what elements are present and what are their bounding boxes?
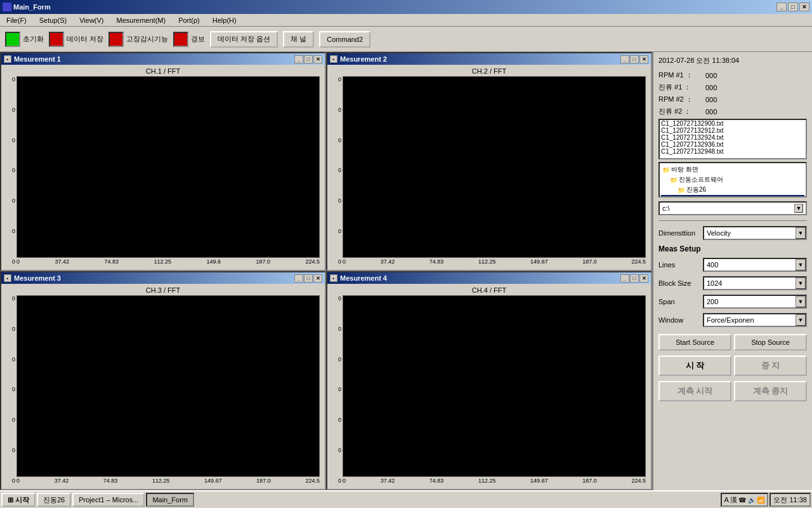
file-listbox[interactable]: C1_120727132900.txtC1_120727132912.txtC1… xyxy=(658,119,807,159)
folder-label: 바탕 화면 xyxy=(671,165,698,174)
start-icon: ⊞ xyxy=(8,496,13,504)
cont-start-button[interactable]: 계측 시작 xyxy=(658,381,731,401)
right-panel: 2012-07-28 오전 11:38:04 RPM #1 ： 000 진류 #… xyxy=(652,52,812,490)
window-combo-arrow[interactable]: ▼ xyxy=(796,314,806,326)
mdi-close-4[interactable]: ✕ xyxy=(639,274,648,283)
mdi-titlebar-4[interactable]: ▪ Mesurement 4 _ □ ✕ xyxy=(327,272,651,284)
mdi-maximize-2[interactable]: □ xyxy=(630,55,639,64)
mdi-close-2[interactable]: ✕ xyxy=(639,55,648,64)
dimension-combo[interactable]: Velocity ▼ xyxy=(703,226,807,240)
chart-plot-2: 0 37.42 74.83 112.25 149.67 187.0 224.5 xyxy=(343,76,646,265)
drive-value: c:\ xyxy=(662,204,670,212)
taskbar-item-jingdong26[interactable]: 진동26 xyxy=(37,493,71,507)
chart-container-1: CH.1 / FFT 0 0 0 0 0 0 0 0 xyxy=(1,65,325,270)
lines-combo[interactable]: 400 ▼ xyxy=(703,258,807,272)
blocksize-combo-arrow[interactable]: ▼ xyxy=(796,277,806,289)
source-buttons: Start Source Stop Source xyxy=(658,334,807,351)
rpm2-value: 000 xyxy=(705,96,717,104)
start-button[interactable]: 시 작 xyxy=(658,356,731,376)
cont-stop-button[interactable]: 계측 종지 xyxy=(734,381,807,401)
drive-combo-arrow[interactable]: ▼ xyxy=(794,204,803,213)
minimize-button[interactable]: _ xyxy=(776,3,787,11)
tree-item[interactable]: 📁 바탕 화면 xyxy=(661,164,804,175)
taskbar-item-project1[interactable]: Project1 – Micros... xyxy=(72,493,145,507)
alert-led xyxy=(173,32,188,47)
chart-container-3: CH.3 / FFT 0 0 0 0 0 0 0 0 xyxy=(1,284,325,489)
mdi-title-2: Mesurement 2 xyxy=(340,55,387,63)
stop-button[interactable]: 중 지 xyxy=(734,356,807,376)
dimension-combo-arrow[interactable]: ▼ xyxy=(796,227,806,239)
menu-mesurement[interactable]: Mesurement(M) xyxy=(113,15,170,25)
mdi-minimize-4[interactable]: _ xyxy=(620,274,629,283)
start-menu-button[interactable]: ⊞ 시작 xyxy=(1,493,36,507)
chart-title-1: CH.1 / FFT xyxy=(6,67,320,75)
folder-icon: 📁 xyxy=(670,177,678,184)
chart-canvas-1 xyxy=(16,76,320,258)
mdi-close-1[interactable]: ✕ xyxy=(313,55,322,64)
tray-a: A xyxy=(724,496,729,504)
file-listbox-item[interactable]: C1_120727132900.txt xyxy=(660,120,806,127)
file-listbox-item[interactable]: C1_120727132948.txt xyxy=(660,148,806,155)
taskbar-item-mainform[interactable]: Main_Form xyxy=(146,493,194,507)
tree-item[interactable]: 📁 데이터 xyxy=(661,195,804,197)
folder-tree[interactable]: 📁 바탕 화면📁 진동소프트웨어📁 진동26📁 데이터 xyxy=(658,162,807,197)
blocksize-value: 1024 xyxy=(707,279,722,287)
mdi-titlebar-1[interactable]: ▪ Mesurement 1 _ □ ✕ xyxy=(1,53,325,65)
mdi-minimize-2[interactable]: _ xyxy=(620,55,629,64)
tree-item[interactable]: 📁 진동26 xyxy=(661,185,804,195)
span-combo-arrow[interactable]: ▼ xyxy=(796,296,806,307)
stop-source-button[interactable]: Stop Source xyxy=(734,334,807,351)
mdi-maximize-3[interactable]: □ xyxy=(304,274,313,283)
mdi-minimize-3[interactable]: _ xyxy=(294,274,303,283)
mdi-minimize-1[interactable]: _ xyxy=(294,55,303,64)
datasave-label: 데이터 저장 xyxy=(67,34,103,44)
blocksize-combo[interactable]: 1024 ▼ xyxy=(703,276,807,290)
window-combo[interactable]: Force/Exponen ▼ xyxy=(703,313,807,327)
command2-button[interactable]: Command2 xyxy=(319,31,370,48)
span-combo[interactable]: 200 ▼ xyxy=(703,295,807,309)
file-listbox-item[interactable]: C1_120727132912.txt xyxy=(660,127,806,134)
datasave-options-button[interactable]: 데이터 저장 옵션 xyxy=(210,31,278,48)
menu-file[interactable]: File(F) xyxy=(3,15,30,25)
file-listbox-item[interactable]: C1_120727132924.txt xyxy=(660,134,806,141)
mdi-maximize-4[interactable]: □ xyxy=(630,274,639,283)
chart-area-3: 0 0 0 0 0 0 0 0 37.42 74.83 xyxy=(6,295,320,484)
toolbar: 초기화 데이터 저장 고장감시기능 경보 데이터 저장 옵션 채 널 Comma… xyxy=(0,27,812,52)
mdi-titlebar-2[interactable]: ▪ Mesurement 2 _ □ ✕ xyxy=(327,53,651,65)
mdi-icon-4: ▪ xyxy=(330,274,337,282)
meas-setup-label: Meas Setup xyxy=(658,244,807,253)
action-buttons-2: 계측 시작 계측 종지 xyxy=(658,381,807,401)
lines-value: 400 xyxy=(707,261,718,269)
file-listbox-item[interactable]: C1_120727132936.txt xyxy=(660,141,806,148)
current1-value: 000 xyxy=(705,84,717,91)
window-value: Force/Exponen xyxy=(707,316,754,324)
folder-icon: 📁 xyxy=(662,166,670,173)
clock-display: 오전 11:38 xyxy=(769,493,811,507)
close-button[interactable]: ✕ xyxy=(799,3,809,11)
fault-label: 고장감시기능 xyxy=(126,34,168,44)
mdi-maximize-1[interactable]: □ xyxy=(304,55,313,64)
blocksize-label: Block Size xyxy=(658,279,703,287)
mdi-title-4: Mesurement 4 xyxy=(340,274,387,282)
mdi-title-1: Mesurement 1 xyxy=(14,55,61,63)
taskbar-item-label-0: 진동26 xyxy=(43,495,65,505)
maximize-button[interactable]: □ xyxy=(788,3,798,11)
channel-button[interactable]: 채 널 xyxy=(283,31,314,48)
mdi-icon-3: ▪ xyxy=(4,274,11,282)
menu-view[interactable]: View(V) xyxy=(75,15,107,25)
chart-area-4: 0 0 0 0 0 0 0 0 37.42 74.83 xyxy=(332,295,646,484)
start-source-button[interactable]: Start Source xyxy=(658,334,731,351)
tree-item[interactable]: 📁 진동소프트웨어 xyxy=(661,175,804,185)
menu-help[interactable]: Help(H) xyxy=(209,15,240,25)
mdi-close-3[interactable]: ✕ xyxy=(313,274,322,283)
menu-setup[interactable]: Setup(S) xyxy=(36,15,70,25)
window-label: Window xyxy=(658,316,703,324)
menu-port[interactable]: Port(p) xyxy=(174,15,204,25)
drive-combo[interactable]: c:\ ▼ xyxy=(658,201,807,215)
app-icon xyxy=(3,3,11,11)
chart-plot-3: 0 37.42 74.83 112.25 149.67 187.0 224.5 xyxy=(16,295,320,484)
title-bar-buttons: _ □ ✕ xyxy=(776,3,809,11)
lines-combo-arrow[interactable]: ▼ xyxy=(796,259,806,271)
mdi-titlebar-3[interactable]: ▪ Mesurement 3 _ □ ✕ xyxy=(1,272,325,284)
span-value: 200 xyxy=(707,298,718,305)
